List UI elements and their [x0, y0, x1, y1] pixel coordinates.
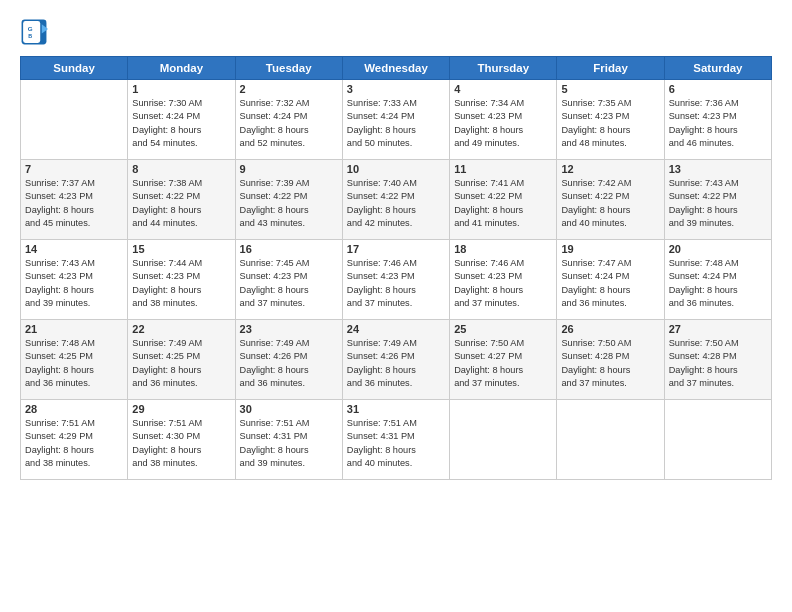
calendar-cell	[21, 80, 128, 160]
day-info: Sunrise: 7:51 AMSunset: 4:30 PMDaylight:…	[132, 417, 230, 470]
calendar-week: 7Sunrise: 7:37 AMSunset: 4:23 PMDaylight…	[21, 160, 772, 240]
calendar-cell: 12Sunrise: 7:42 AMSunset: 4:22 PMDayligh…	[557, 160, 664, 240]
calendar-cell: 4Sunrise: 7:34 AMSunset: 4:23 PMDaylight…	[450, 80, 557, 160]
day-number: 22	[132, 323, 230, 335]
day-number: 18	[454, 243, 552, 255]
day-info: Sunrise: 7:46 AMSunset: 4:23 PMDaylight:…	[454, 257, 552, 310]
day-number: 13	[669, 163, 767, 175]
day-number: 26	[561, 323, 659, 335]
header-day: Wednesday	[342, 57, 449, 80]
day-number: 4	[454, 83, 552, 95]
day-info: Sunrise: 7:50 AMSunset: 4:28 PMDaylight:…	[561, 337, 659, 390]
calendar-cell: 29Sunrise: 7:51 AMSunset: 4:30 PMDayligh…	[128, 400, 235, 480]
day-number: 2	[240, 83, 338, 95]
header-day: Saturday	[664, 57, 771, 80]
svg-text:B: B	[28, 33, 32, 39]
calendar-cell: 27Sunrise: 7:50 AMSunset: 4:28 PMDayligh…	[664, 320, 771, 400]
day-number: 16	[240, 243, 338, 255]
calendar-cell: 7Sunrise: 7:37 AMSunset: 4:23 PMDaylight…	[21, 160, 128, 240]
calendar-cell	[450, 400, 557, 480]
day-info: Sunrise: 7:48 AMSunset: 4:25 PMDaylight:…	[25, 337, 123, 390]
calendar-week: 14Sunrise: 7:43 AMSunset: 4:23 PMDayligh…	[21, 240, 772, 320]
calendar-cell: 30Sunrise: 7:51 AMSunset: 4:31 PMDayligh…	[235, 400, 342, 480]
calendar-cell: 11Sunrise: 7:41 AMSunset: 4:22 PMDayligh…	[450, 160, 557, 240]
day-number: 3	[347, 83, 445, 95]
calendar-week: 28Sunrise: 7:51 AMSunset: 4:29 PMDayligh…	[21, 400, 772, 480]
calendar-cell: 3Sunrise: 7:33 AMSunset: 4:24 PMDaylight…	[342, 80, 449, 160]
calendar-cell: 17Sunrise: 7:46 AMSunset: 4:23 PMDayligh…	[342, 240, 449, 320]
calendar-cell: 19Sunrise: 7:47 AMSunset: 4:24 PMDayligh…	[557, 240, 664, 320]
calendar-cell	[664, 400, 771, 480]
calendar-cell: 9Sunrise: 7:39 AMSunset: 4:22 PMDaylight…	[235, 160, 342, 240]
day-info: Sunrise: 7:49 AMSunset: 4:26 PMDaylight:…	[240, 337, 338, 390]
header: G B	[20, 18, 772, 46]
day-info: Sunrise: 7:33 AMSunset: 4:24 PMDaylight:…	[347, 97, 445, 150]
calendar-cell: 13Sunrise: 7:43 AMSunset: 4:22 PMDayligh…	[664, 160, 771, 240]
header-day: Sunday	[21, 57, 128, 80]
day-info: Sunrise: 7:38 AMSunset: 4:22 PMDaylight:…	[132, 177, 230, 230]
day-number: 15	[132, 243, 230, 255]
day-info: Sunrise: 7:42 AMSunset: 4:22 PMDaylight:…	[561, 177, 659, 230]
day-info: Sunrise: 7:35 AMSunset: 4:23 PMDaylight:…	[561, 97, 659, 150]
calendar-cell: 25Sunrise: 7:50 AMSunset: 4:27 PMDayligh…	[450, 320, 557, 400]
day-info: Sunrise: 7:44 AMSunset: 4:23 PMDaylight:…	[132, 257, 230, 310]
calendar-cell: 21Sunrise: 7:48 AMSunset: 4:25 PMDayligh…	[21, 320, 128, 400]
header-row: SundayMondayTuesdayWednesdayThursdayFrid…	[21, 57, 772, 80]
day-info: Sunrise: 7:34 AMSunset: 4:23 PMDaylight:…	[454, 97, 552, 150]
calendar-cell: 6Sunrise: 7:36 AMSunset: 4:23 PMDaylight…	[664, 80, 771, 160]
header-day: Tuesday	[235, 57, 342, 80]
day-info: Sunrise: 7:51 AMSunset: 4:29 PMDaylight:…	[25, 417, 123, 470]
header-day: Friday	[557, 57, 664, 80]
day-number: 6	[669, 83, 767, 95]
day-number: 19	[561, 243, 659, 255]
day-info: Sunrise: 7:40 AMSunset: 4:22 PMDaylight:…	[347, 177, 445, 230]
day-info: Sunrise: 7:36 AMSunset: 4:23 PMDaylight:…	[669, 97, 767, 150]
calendar-week: 21Sunrise: 7:48 AMSunset: 4:25 PMDayligh…	[21, 320, 772, 400]
calendar-cell: 16Sunrise: 7:45 AMSunset: 4:23 PMDayligh…	[235, 240, 342, 320]
day-number: 30	[240, 403, 338, 415]
day-number: 21	[25, 323, 123, 335]
day-number: 23	[240, 323, 338, 335]
calendar-cell: 18Sunrise: 7:46 AMSunset: 4:23 PMDayligh…	[450, 240, 557, 320]
day-info: Sunrise: 7:43 AMSunset: 4:22 PMDaylight:…	[669, 177, 767, 230]
calendar-cell: 1Sunrise: 7:30 AMSunset: 4:24 PMDaylight…	[128, 80, 235, 160]
day-info: Sunrise: 7:32 AMSunset: 4:24 PMDaylight:…	[240, 97, 338, 150]
day-info: Sunrise: 7:30 AMSunset: 4:24 PMDaylight:…	[132, 97, 230, 150]
day-number: 20	[669, 243, 767, 255]
day-info: Sunrise: 7:37 AMSunset: 4:23 PMDaylight:…	[25, 177, 123, 230]
calendar-cell: 5Sunrise: 7:35 AMSunset: 4:23 PMDaylight…	[557, 80, 664, 160]
day-info: Sunrise: 7:51 AMSunset: 4:31 PMDaylight:…	[347, 417, 445, 470]
header-day: Thursday	[450, 57, 557, 80]
day-number: 29	[132, 403, 230, 415]
calendar-week: 1Sunrise: 7:30 AMSunset: 4:24 PMDaylight…	[21, 80, 772, 160]
day-info: Sunrise: 7:50 AMSunset: 4:27 PMDaylight:…	[454, 337, 552, 390]
day-number: 17	[347, 243, 445, 255]
day-number: 28	[25, 403, 123, 415]
calendar-cell: 23Sunrise: 7:49 AMSunset: 4:26 PMDayligh…	[235, 320, 342, 400]
header-day: Monday	[128, 57, 235, 80]
day-number: 31	[347, 403, 445, 415]
day-info: Sunrise: 7:45 AMSunset: 4:23 PMDaylight:…	[240, 257, 338, 310]
calendar-table: SundayMondayTuesdayWednesdayThursdayFrid…	[20, 56, 772, 480]
calendar-cell: 10Sunrise: 7:40 AMSunset: 4:22 PMDayligh…	[342, 160, 449, 240]
calendar-cell: 2Sunrise: 7:32 AMSunset: 4:24 PMDaylight…	[235, 80, 342, 160]
day-number: 9	[240, 163, 338, 175]
calendar-cell: 24Sunrise: 7:49 AMSunset: 4:26 PMDayligh…	[342, 320, 449, 400]
day-number: 7	[25, 163, 123, 175]
calendar-cell	[557, 400, 664, 480]
day-number: 8	[132, 163, 230, 175]
calendar-cell: 26Sunrise: 7:50 AMSunset: 4:28 PMDayligh…	[557, 320, 664, 400]
svg-text:G: G	[28, 25, 33, 32]
day-number: 12	[561, 163, 659, 175]
day-info: Sunrise: 7:46 AMSunset: 4:23 PMDaylight:…	[347, 257, 445, 310]
day-number: 27	[669, 323, 767, 335]
day-info: Sunrise: 7:47 AMSunset: 4:24 PMDaylight:…	[561, 257, 659, 310]
calendar-cell: 15Sunrise: 7:44 AMSunset: 4:23 PMDayligh…	[128, 240, 235, 320]
day-info: Sunrise: 7:50 AMSunset: 4:28 PMDaylight:…	[669, 337, 767, 390]
calendar-cell: 8Sunrise: 7:38 AMSunset: 4:22 PMDaylight…	[128, 160, 235, 240]
day-info: Sunrise: 7:49 AMSunset: 4:25 PMDaylight:…	[132, 337, 230, 390]
day-number: 10	[347, 163, 445, 175]
day-number: 25	[454, 323, 552, 335]
calendar-header: SundayMondayTuesdayWednesdayThursdayFrid…	[21, 57, 772, 80]
day-info: Sunrise: 7:48 AMSunset: 4:24 PMDaylight:…	[669, 257, 767, 310]
